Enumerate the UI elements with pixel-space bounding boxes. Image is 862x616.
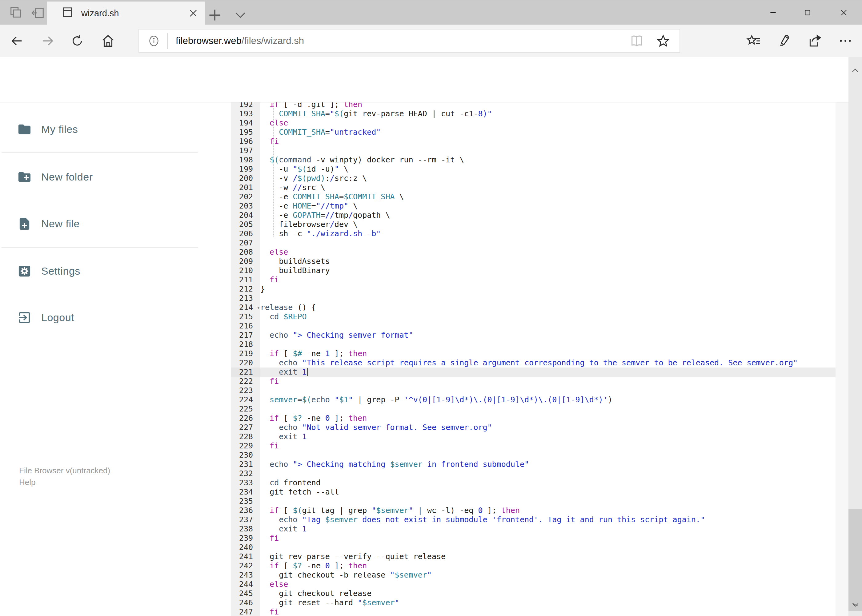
code-line[interactable]: buildAssets [260,257,835,266]
sidebar-item-new-file[interactable]: New file [0,205,231,242]
gutter-line-number[interactable]: 214▾ [231,303,260,312]
gutter-line-number[interactable]: 245 [231,589,260,598]
code-line[interactable]: fi [260,137,835,146]
gutter-line-number[interactable]: 194 [231,118,260,127]
code-line[interactable] [260,451,835,460]
gutter-line-number[interactable]: 229 [231,441,260,451]
code-line[interactable]: fi [260,441,835,451]
gutter-line-number[interactable]: 238 [231,524,260,534]
gutter-line-number[interactable]: 202 [231,192,260,201]
code-line[interactable]: release () { [260,303,835,312]
gutter-line-number[interactable]: 200 [231,174,260,183]
code-line[interactable]: echo "> Checking semver format" [260,331,835,340]
help-link[interactable]: Help [19,476,110,488]
gutter-line-number[interactable]: 221 [231,368,260,377]
code-line[interactable]: fi [260,377,835,386]
code-line[interactable]: echo "> Checking matching $semver in fro… [260,460,835,469]
code-line[interactable]: git fetch --all [260,487,835,497]
code-line[interactable]: fi [260,275,835,284]
gutter-line-number[interactable]: 218 [231,340,260,349]
forward-icon[interactable] [41,34,55,48]
gutter-line-number[interactable]: 220 [231,358,260,368]
fold-arrow-icon[interactable]: ▾ [257,303,260,312]
code-line[interactable] [260,543,835,552]
gutter-line-number[interactable]: 222 [231,377,260,386]
gutter-line-number[interactable]: 235 [231,497,260,506]
gutter-line-number[interactable]: 215 [231,312,260,321]
gutter-line-number[interactable]: 198 [231,155,260,165]
set-tabs-aside-icon[interactable] [31,6,45,20]
code-line[interactable]: else [260,580,835,589]
gutter-line-number[interactable]: 240 [231,543,260,552]
code-line[interactable]: -e GOPATH=//tmp/gopath \ [260,211,835,220]
code-line[interactable]: sh -c "./wizard.sh -b" [260,229,835,238]
code-line[interactable]: echo "Not valid semver format. See semve… [260,423,835,432]
favorite-star-icon[interactable] [656,34,670,48]
gutter-line-number[interactable]: 204 [231,211,260,220]
gutter-line-number[interactable]: 241 [231,552,260,561]
gutter-line-number[interactable]: 228 [231,432,260,441]
code-line[interactable] [260,321,835,331]
code-line[interactable] [260,294,835,303]
code-line[interactable]: else [260,248,835,257]
tab-list-chevron-icon[interactable] [233,7,248,19]
code-line[interactable]: echo "This release script requires a sin… [260,358,835,368]
sidebar-item-logout[interactable]: Logout [0,299,231,336]
gutter-line-number[interactable]: 192 [231,102,260,109]
gutter-line-number[interactable]: 243 [231,570,260,580]
code-line[interactable]: cd $REPO [260,312,835,321]
code-line[interactable]: } [260,284,835,294]
code-line[interactable]: exit 1 [260,368,835,377]
code-line[interactable]: semver=$(echo "$1" | grep -P '^v(0|[1-9]… [260,395,835,404]
gutter-line-number[interactable]: 223 [231,386,260,395]
gutter-line-number[interactable]: 236 [231,506,260,515]
gutter-line-number[interactable]: 210 [231,266,260,275]
code-line[interactable]: cd frontend [260,478,835,487]
reading-view-icon[interactable] [630,34,644,48]
code-line[interactable]: git checkout -b release "$semver" [260,570,835,580]
gutter-line-number[interactable]: 227 [231,423,260,432]
code-line[interactable]: exit 1 [260,524,835,534]
code-line[interactable]: if [ $? -ne 0 ]; then [260,561,835,570]
page-scrollbar[interactable] [848,57,862,616]
code-line[interactable]: fi [260,607,835,616]
gutter-line-number[interactable]: 195 [231,127,260,137]
maximize-button[interactable] [797,0,818,25]
gutter-line-number[interactable]: 246 [231,598,260,607]
code-line[interactable]: git reset --hard "$semver" [260,598,835,607]
sidebar-item-my-files[interactable]: My files [0,111,231,148]
gutter-line-number[interactable]: 203 [231,201,260,211]
code-line[interactable]: -e HOME="//tmp" \ [260,201,835,211]
gutter-line-number[interactable]: 207 [231,238,260,248]
refresh-icon[interactable] [70,34,84,48]
scroll-down-icon[interactable] [851,600,859,609]
scrollbar-thumb[interactable] [848,509,862,611]
more-options-icon[interactable] [838,33,853,49]
gutter-line-number[interactable]: 217 [231,331,260,340]
code-line[interactable] [260,497,835,506]
gutter-line-number[interactable]: 242 [231,561,260,570]
gutter-line-number[interactable]: 219 [231,349,260,358]
page-info-icon[interactable] [148,35,160,47]
gutter-line-number[interactable]: 193 [231,109,260,118]
gutter-line-number[interactable]: 234 [231,487,260,497]
editor-code[interactable]: if [ -d .git ]; then COMMIT_SHA="$(git r… [260,102,835,616]
home-icon[interactable] [101,34,115,48]
gutter-line-number[interactable]: 225 [231,404,260,414]
tab-close-icon[interactable] [187,7,199,19]
gutter-line-number[interactable]: 224 [231,395,260,404]
code-line[interactable] [260,386,835,395]
code-line[interactable]: git rev-parse --verify --quiet release [260,552,835,561]
gutter-line-number[interactable]: 206 [231,229,260,238]
gutter-line-number[interactable]: 230 [231,451,260,460]
gutter-line-number[interactable]: 205 [231,220,260,229]
browser-tab[interactable]: wizard.sh [47,2,205,25]
gutter-line-number[interactable]: 237 [231,515,260,524]
code-line[interactable]: -u "$(id -u)" \ [260,165,835,174]
code-line[interactable]: if [ $? -ne 0 ]; then [260,414,835,423]
annotate-pen-icon[interactable] [777,33,792,49]
code-line[interactable]: echo "Tag $semver does not exist in subm… [260,515,835,524]
minimize-button[interactable] [763,0,783,25]
favorites-hub-icon[interactable] [746,33,761,49]
gutter-line-number[interactable]: 216 [231,321,260,331]
